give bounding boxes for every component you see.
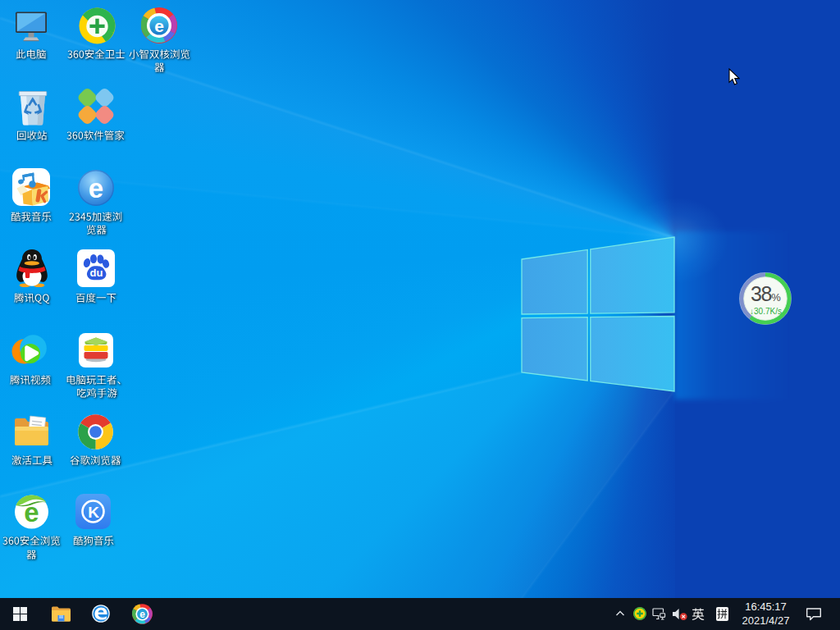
svg-text:e: e [89, 173, 103, 203]
svg-text:du: du [90, 267, 103, 279]
svg-text:38: 38 [751, 282, 771, 305]
svg-text:K: K [88, 504, 99, 521]
svg-text:e: e [154, 16, 164, 35]
svg-text:↓30.7K/s: ↓30.7K/s [750, 307, 782, 316]
svg-text:e: e [139, 608, 145, 619]
svg-text:%: % [771, 291, 781, 304]
